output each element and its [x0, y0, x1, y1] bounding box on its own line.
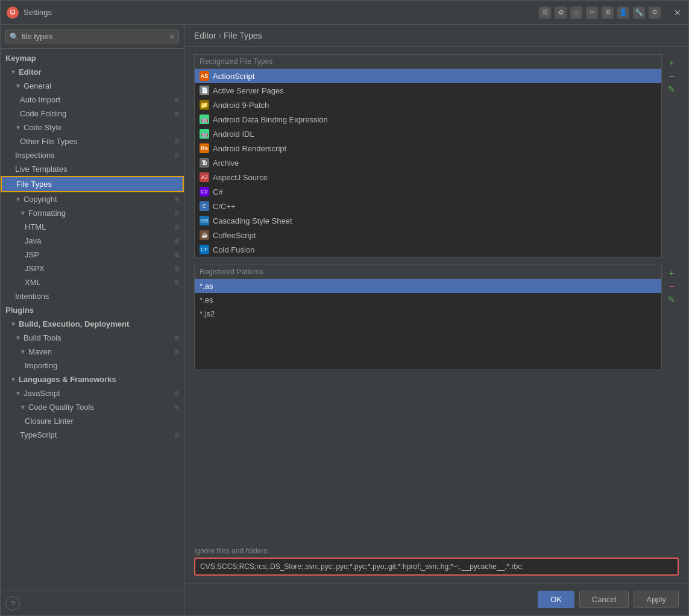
list-item-android-binding[interactable]: 🤖 Android Data Binding Expression — [195, 112, 661, 127]
remove-file-type-button[interactable]: − — [665, 70, 678, 82]
sidebar-item-jsp[interactable]: JSP ⊞ — [1, 248, 184, 262]
sidebar-label-languages: Languages & Frameworks — [19, 375, 116, 384]
sidebar-item-javascript[interactable]: ▼ JavaScript ⊞ — [1, 386, 184, 400]
list-item-cpp[interactable]: C C/C++ — [195, 199, 661, 213]
toolbar-icon-3[interactable]: ☺ — [570, 7, 582, 19]
sidebar-label-other-file-types: Other File Types — [20, 137, 77, 146]
toolbar-icon-2[interactable]: ✿ — [555, 7, 567, 19]
breadcrumb-parent: Editor — [194, 31, 216, 40]
sidebar-item-jspx[interactable]: JSPX ⊞ — [1, 262, 184, 275]
search-clear-icon[interactable]: ✕ — [169, 33, 175, 41]
list-item-android-rs[interactable]: Rs Android Renderscript — [195, 141, 661, 156]
sidebar-item-html[interactable]: HTML ⊞ — [1, 220, 184, 234]
sidebar-label-jsp: JSP — [25, 250, 39, 259]
sidebar-item-file-types[interactable]: File Types — [1, 176, 184, 192]
remove-pattern-button[interactable]: − — [665, 280, 678, 292]
toolbar-icon-7[interactable]: 🔧 — [633, 7, 645, 19]
help-button[interactable]: ? — [5, 596, 20, 611]
pattern-item-js2[interactable]: *.js2 — [195, 307, 661, 321]
sidebar-item-build[interactable]: ▼ Build, Execution, Deployment — [1, 317, 184, 331]
toolbar-icon-8[interactable]: ⚙ — [649, 7, 661, 19]
pattern-item-as[interactable]: *.as — [195, 279, 661, 293]
list-item-android-idl[interactable]: 🤖 Android IDL — [195, 127, 661, 141]
cancel-button[interactable]: Cancel — [579, 591, 629, 608]
tree-nav: Keymap ▼ Editor ▼ General Auto Import ⊞ — [1, 49, 184, 591]
sidebar-item-importing[interactable]: Importing — [1, 359, 184, 372]
toolbar-icon-5[interactable]: ⊞ — [602, 7, 614, 19]
sidebar-item-inspections[interactable]: Inspections ⊞ — [1, 148, 184, 162]
sidebar-label-live-templates: Live Templates — [15, 165, 67, 174]
patterns-list: *.as *.es *.js2 — [195, 279, 661, 369]
toolbar-icon-4[interactable]: ✂ — [586, 7, 598, 19]
icon-cpp: C — [200, 201, 209, 211]
item-label-csharp: C# — [213, 187, 223, 196]
sidebar-item-typescript[interactable]: TypeScript ⊞ — [1, 428, 184, 442]
content-area: 🔍 ✕ Keymap ▼ Editor ▼ General — [1, 25, 688, 615]
list-item-actionscript[interactable]: AS ActionScript — [195, 69, 661, 83]
list-item-coffeescript[interactable]: ☕ CoffeeScript — [195, 228, 661, 242]
toolbar-icon-1[interactable]: 英 — [539, 7, 551, 19]
toolbar-icon-6[interactable]: 👤 — [617, 7, 629, 19]
sidebar-item-other-file-types[interactable]: Other File Types ⊞ — [1, 134, 184, 148]
sidebar-label-closure-linter: Closure Linter — [25, 416, 74, 426]
sidebar-item-general[interactable]: ▼ General — [1, 79, 184, 93]
sidebar-label-xml: XML — [25, 278, 41, 287]
list-item-csharp[interactable]: C# C# — [195, 184, 661, 199]
sidebar-label-importing: Importing — [25, 361, 57, 370]
sidebar: 🔍 ✕ Keymap ▼ Editor ▼ General — [1, 25, 184, 615]
sidebar-item-maven[interactable]: ▼ Maven ⊞ — [1, 345, 184, 359]
item-label-coffeescript: CoffeeScript — [213, 231, 256, 240]
item-label-actionscript: ActionScript — [213, 72, 254, 81]
sidebar-item-formatting[interactable]: ▼ Formatting ⊞ — [1, 206, 184, 220]
triangle-editor: ▼ — [10, 69, 16, 75]
item-label-android-binding: Android Data Binding Expression — [213, 115, 328, 124]
item-label-cpp: C/C++ — [213, 202, 236, 211]
close-button[interactable]: ✕ — [673, 8, 682, 17]
sidebar-item-copyright[interactable]: ▼ Copyright ⊞ — [1, 192, 184, 206]
sidebar-item-java[interactable]: Java ⊞ — [1, 234, 184, 248]
triangle-formatting: ▼ — [20, 210, 26, 216]
sidebar-item-xml[interactable]: XML ⊞ — [1, 275, 184, 289]
sidebar-label-code-quality: Code Quality Tools — [28, 403, 94, 412]
sidebar-item-code-style[interactable]: ▼ Code Style — [1, 121, 184, 134]
list-item-active-server-pages[interactable]: 📄 Active Server Pages — [195, 83, 661, 98]
icon-asp: 📄 — [200, 86, 209, 95]
recognized-section: Recognized File Types AS ActionScript 📄 … — [194, 54, 679, 257]
toolbar-icons: 英 ✿ ☺ ✂ ⊞ 👤 🔧 ⚙ — [539, 7, 661, 19]
sidebar-item-build-tools[interactable]: ▼ Build Tools ⊞ — [1, 331, 184, 345]
apply-button[interactable]: Apply — [634, 591, 679, 608]
pattern-item-es[interactable]: *.es — [195, 293, 661, 307]
window-title: Settings — [24, 8, 539, 17]
sidebar-item-closure-linter[interactable]: Closure Linter — [1, 414, 184, 428]
add-pattern-button[interactable]: + — [665, 267, 678, 279]
sidebar-item-code-folding[interactable]: Code Folding ⊞ — [1, 107, 184, 121]
sidebar-label-code-style: Code Style — [24, 123, 62, 132]
sidebar-item-plugins[interactable]: Plugins — [1, 303, 184, 317]
ok-button[interactable]: OK — [538, 591, 574, 608]
sidebar-label-build: Build, Execution, Deployment — [19, 319, 129, 328]
sidebar-item-code-quality[interactable]: ▼ Code Quality Tools ⊞ — [1, 400, 184, 414]
ignore-input[interactable] — [194, 558, 679, 576]
sidebar-item-keymap[interactable]: Keymap — [1, 51, 184, 65]
sidebar-item-live-templates[interactable]: Live Templates — [1, 162, 184, 176]
sidebar-item-languages[interactable]: ▼ Languages & Frameworks — [1, 372, 184, 386]
triangle-code-style: ▼ — [15, 124, 21, 131]
list-item-coldfusion[interactable]: CF Cold Fusion — [195, 242, 661, 257]
icon-android-rs: Rs — [200, 143, 209, 153]
list-item-archive[interactable]: 🗜 Archive — [195, 156, 661, 170]
search-input[interactable] — [22, 32, 169, 41]
list-item-android-9patch[interactable]: 📁 Android 9-Patch — [195, 98, 661, 112]
sidebar-item-editor[interactable]: ▼ Editor — [1, 65, 184, 79]
edit-pattern-button[interactable]: ✎ — [665, 294, 678, 306]
icon-android-binding: 🤖 — [200, 115, 209, 124]
list-item-css[interactable]: css Cascading Style Sheet — [195, 213, 661, 228]
list-item-aspectj[interactable]: AJ AspectJ Source — [195, 170, 661, 184]
edit-file-type-button[interactable]: ✎ — [665, 83, 678, 95]
sidebar-label-file-types: File Types — [16, 180, 52, 189]
item-label-android-idl: Android IDL — [213, 130, 254, 139]
sidebar-item-auto-import[interactable]: Auto Import ⊞ — [1, 93, 184, 107]
sidebar-label-plugins: Plugins — [5, 306, 34, 315]
sidebar-item-intentions[interactable]: Intentions — [1, 289, 184, 303]
ext-icon-maven: ⊞ — [174, 348, 179, 355]
add-file-type-button[interactable]: + — [665, 57, 678, 69]
